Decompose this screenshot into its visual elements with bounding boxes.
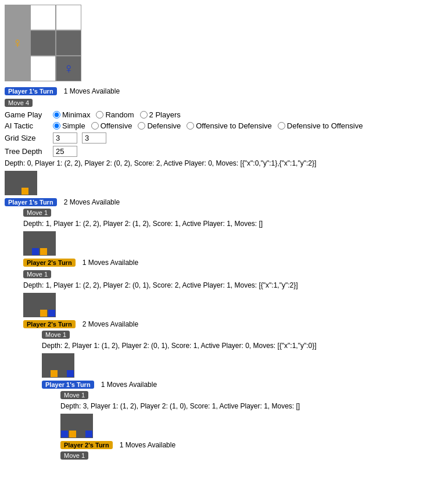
root-moves-available: 2 Moves Available [64,198,120,206]
top-game-board: ♀ ♀ [5,5,443,84]
main-moves-available: 1 Moves Available [64,87,120,95]
def-to-off-option[interactable]: Defensive to Offensive [278,121,363,130]
child1-player-turn-badge: Player 2's Turn [23,259,76,267]
grid-cell-2-2[interactable]: ♀ [56,56,81,81]
grid-cell-0-1[interactable] [30,5,56,30]
ai-tactic-label: AI Tactic [5,121,48,130]
child211-depth-text: Depth: 3, Player 1: (1, 2), Player 2: (1… [60,402,443,410]
tree-depth-input[interactable] [53,146,77,157]
grid-size-label: Grid Size [5,134,48,142]
player1-figure: ♀ [12,35,23,51]
child21-depth-text: Depth: 2, Player 1: (1, 2), Player 2: (0… [42,342,443,350]
simple-option[interactable]: Simple [53,121,85,130]
child211-move-section: Move 1 [60,450,443,461]
game-play-row: Game Play Minimax Random 2 Players [5,110,443,119]
child21-moves-available: 1 Moves Available [101,381,157,389]
grid-cell-0-2[interactable] [56,5,81,30]
child2-moves-available: 2 Moves Available [83,320,139,328]
random-radio[interactable] [96,111,103,119]
grid-row-1: ♀ [5,30,81,56]
grid-cell-1-2[interactable] [56,30,81,56]
main-grid: ♀ ♀ [5,5,81,81]
defensive-radio[interactable] [138,122,145,130]
child2-move-badge: Move 1 [23,270,51,278]
def-to-off-label: Defensive to Offensive [287,121,363,130]
child21-small-grid [42,353,74,378]
random-option[interactable]: Random [96,110,134,119]
child21-status: Player 1's Turn 1 Moves Available [42,381,443,389]
child211-status: Player 2's Turn 1 Moves Available [60,441,443,449]
defensive-option[interactable]: Defensive [138,121,181,130]
child21-player-turn-badge: Player 1's Turn [42,381,94,389]
child2-depth-text: Depth: 1, Player 1: (2, 2), Player 2: (0… [23,281,443,289]
child2-player-turn-badge: Player 2's Turn [23,320,76,328]
2players-label: 2 Players [149,110,181,119]
defensive-label: Defensive [147,121,181,130]
root-small-grid [5,171,37,195]
minimax-radio[interactable] [53,111,60,119]
root-depth-text: Depth: 0, Player 1: (2, 2), Player 2: (0… [5,159,443,167]
ai-tactic-row: AI Tactic Simple Offensive Defensive Off… [5,121,443,130]
root-player-turn-badge: Player 1's Turn [5,198,57,206]
tree-child-1: Move 1 Depth: 1, Player 1: (2, 2), Playe… [23,207,443,267]
off-to-def-option[interactable]: Offensive to Defensive [187,121,272,130]
grid-cell-0-0[interactable] [5,5,30,30]
minimax-label: Minimax [62,110,90,119]
child211-moves-available: 1 Moves Available [120,441,176,449]
simple-label: Simple [62,121,85,130]
child211-bottom-move-badge: Move 1 [60,451,88,460]
child1-move-badge: Move 1 [23,209,51,217]
offensive-label: Offensive [101,121,132,130]
grid-cell-1-1[interactable] [30,30,56,56]
player2-figure: ♀ [63,60,74,77]
ai-tactic-options: Simple Offensive Defensive Offensive to … [53,121,363,130]
child1-small-grid [23,231,56,256]
grid-cell-2-0[interactable] [5,56,30,81]
child2-status: Player 2's Turn 2 Moves Available [23,320,443,328]
2players-option[interactable]: 2 Players [140,110,181,119]
2players-radio[interactable] [140,111,148,119]
off-to-def-radio[interactable] [187,122,194,130]
child1-status: Player 2's Turn 1 Moves Available [23,259,443,267]
off-to-def-label: Offensive to Defensive [196,121,272,130]
simple-radio[interactable] [53,122,60,130]
tree-depth-row: Tree Depth [5,146,443,157]
tree-child-2-1-1: Move 1 Depth: 3, Player 1: (1, 2), Playe… [60,390,443,461]
child211-player-turn-badge: Player 2's Turn [60,441,113,449]
game-play-options: Minimax Random 2 Players [53,110,181,119]
child21-move-badge: Move 1 [42,331,70,339]
grid-cell-1-0[interactable]: ♀ [5,30,30,56]
grid-size-input-1[interactable] [53,132,77,144]
main-move-label: Move 4 [5,98,443,108]
root-status: Player 1's Turn 2 Moves Available [5,198,443,206]
child211-small-grid [60,414,93,438]
random-label: Random [105,110,134,119]
grid-cell-2-1[interactable] [30,56,56,81]
child1-moves-available: 1 Moves Available [83,259,139,267]
child211-move-badge: Move 1 [60,391,88,399]
offensive-option[interactable]: Offensive [91,121,132,130]
tree-depth-label: Tree Depth [5,147,48,156]
offensive-radio[interactable] [91,122,99,130]
child2-small-grid [23,293,56,317]
main-move-badge: Move 4 [5,99,33,107]
minimax-option[interactable]: Minimax [53,110,90,119]
grid-size-input-2[interactable] [82,132,106,144]
tree-child-2-1: Move 1 Depth: 2, Player 1: (1, 2), Playe… [42,329,443,461]
main-status-bar: Player 1's Turn 1 Moves Available [5,87,443,95]
grid-row-0 [5,5,81,30]
game-play-label: Game Play [5,110,48,119]
child1-depth-text: Depth: 1, Player 1: (2, 2), Player 2: (1… [23,220,443,228]
tree-child-2: Move 1 Depth: 1, Player 1: (2, 2), Playe… [23,269,443,461]
def-to-off-radio[interactable] [278,122,285,130]
tree-root: Depth: 0, Player 1: (2, 2), Player 2: (0… [5,159,443,461]
grid-row-2: ♀ [5,56,81,81]
player1-turn-badge: Player 1's Turn [5,87,57,95]
grid-size-row: Grid Size [5,132,443,144]
